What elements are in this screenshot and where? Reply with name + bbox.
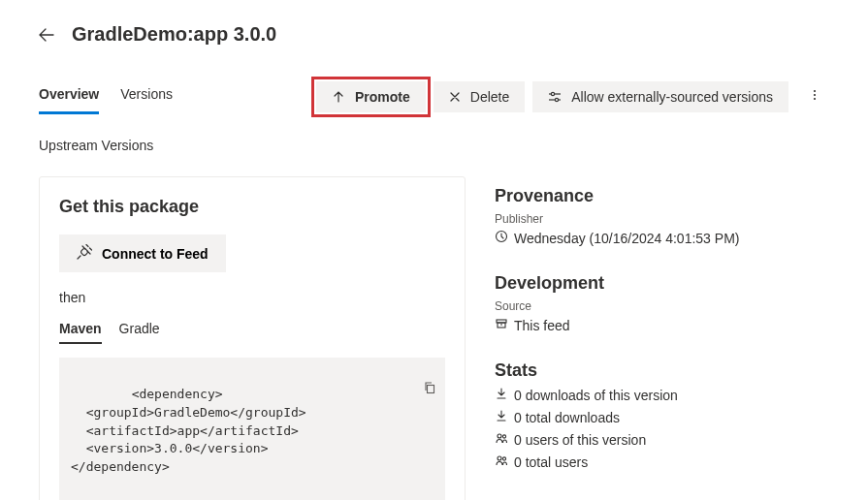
promote-label: Promote (355, 89, 410, 105)
get-package-card: Get this package Connect to Feed then Ma… (39, 176, 466, 500)
svg-point-5 (814, 94, 816, 96)
tab-maven[interactable]: Maven (59, 321, 102, 344)
allow-external-button[interactable]: Allow externally-sourced versions (532, 81, 788, 112)
download-icon (495, 387, 508, 403)
connect-to-feed-button[interactable]: Connect to Feed (59, 234, 226, 272)
publisher-label: Publisher (495, 212, 829, 226)
back-arrow-icon[interactable] (39, 27, 54, 43)
more-actions-button[interactable] (800, 80, 829, 112)
page-title: GradleDemo:app 3.0.0 (72, 23, 276, 46)
package-manager-tabs: Maven Gradle (59, 321, 445, 344)
dependency-code: <dependency> <groupId>GradleDemo</groupI… (59, 358, 445, 500)
svg-point-6 (814, 98, 816, 100)
left-column: Get this package Connect to Feed then Ma… (39, 176, 466, 500)
connect-label: Connect to Feed (102, 246, 209, 262)
svg-point-14 (502, 435, 505, 438)
main-tabs: Overview Versions (39, 86, 173, 114)
upstream-versions-heading: Upstream Versions (39, 138, 829, 153)
close-icon (449, 91, 461, 103)
clock-icon (495, 230, 508, 246)
page-header: GradleDemo:app 3.0.0 (39, 23, 829, 46)
source-row: This feed (495, 317, 829, 333)
provenance-heading: Provenance (495, 186, 829, 206)
stats-users-total-text: 0 total users (514, 454, 588, 470)
toolbar: Overview Versions Promote Delete (39, 80, 829, 114)
copy-button[interactable] (377, 363, 439, 415)
tab-gradle[interactable]: Gradle (119, 321, 160, 344)
get-package-title: Get this package (59, 197, 445, 217)
svg-point-4 (814, 90, 816, 92)
source-label: Source (495, 299, 829, 313)
stats-users-total: 0 total users (495, 453, 829, 470)
stats-downloads-version-text: 0 downloads of this version (514, 388, 678, 403)
svg-rect-7 (80, 248, 88, 256)
published-row: Wednesday (10/16/2024 4:01:53 PM) (495, 230, 829, 246)
users-icon (495, 431, 508, 448)
svg-point-15 (498, 456, 501, 460)
action-bar: Promote Delete Allow externally-sourced … (316, 80, 829, 112)
stats-heading: Stats (495, 360, 829, 381)
stats-downloads-total-text: 0 total downloads (514, 410, 620, 425)
allow-external-label: Allow externally-sourced versions (571, 89, 773, 105)
stats-users-version-text: 0 users of this version (514, 432, 646, 448)
svg-point-3 (556, 98, 559, 101)
delete-button[interactable]: Delete (434, 81, 525, 112)
tab-versions[interactable]: Versions (120, 86, 173, 114)
svg-point-16 (502, 457, 505, 460)
source-value: This feed (514, 318, 570, 333)
download-icon (495, 409, 508, 425)
arrow-up-icon (332, 90, 345, 104)
tab-overview[interactable]: Overview (39, 86, 99, 114)
then-text: then (59, 290, 445, 305)
promote-button[interactable]: Promote (316, 81, 426, 112)
stats-downloads-total: 0 total downloads (495, 409, 829, 425)
svg-point-1 (552, 92, 555, 95)
sliders-icon (548, 90, 562, 104)
delete-label: Delete (470, 89, 509, 105)
copy-icon (380, 366, 436, 412)
published-date: Wednesday (10/16/2024 4:01:53 PM) (514, 231, 739, 246)
code-text: <dependency> <groupId>GradleDemo</groupI… (71, 387, 306, 474)
archive-icon (495, 317, 508, 333)
more-vertical-icon (808, 88, 821, 105)
development-heading: Development (495, 273, 829, 294)
plug-icon (77, 244, 92, 263)
svg-point-13 (498, 434, 501, 438)
right-column: Provenance Publisher Wednesday (10/16/20… (495, 176, 829, 500)
content-columns: Get this package Connect to Feed then Ma… (39, 176, 829, 500)
stats-users-version: 0 users of this version (495, 431, 829, 448)
svg-rect-8 (428, 386, 434, 393)
stats-downloads-version: 0 downloads of this version (495, 387, 829, 403)
users-icon (495, 453, 508, 470)
